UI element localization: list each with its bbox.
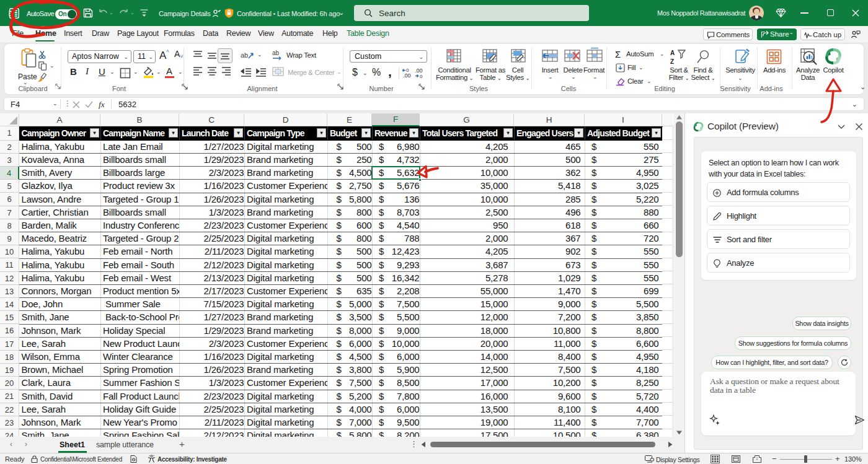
svg-text:0: 0 bbox=[420, 74, 423, 79]
svg-text:Z: Z bbox=[670, 58, 674, 65]
svg-text:.00: .00 bbox=[415, 68, 423, 74]
svg-text:ab: ab bbox=[241, 51, 248, 59]
svg-text:0: 0 bbox=[406, 68, 409, 73]
svg-text:.00: .00 bbox=[403, 72, 411, 79]
svg-text:A: A bbox=[670, 50, 675, 56]
svg-text:ab: ab bbox=[272, 50, 280, 56]
